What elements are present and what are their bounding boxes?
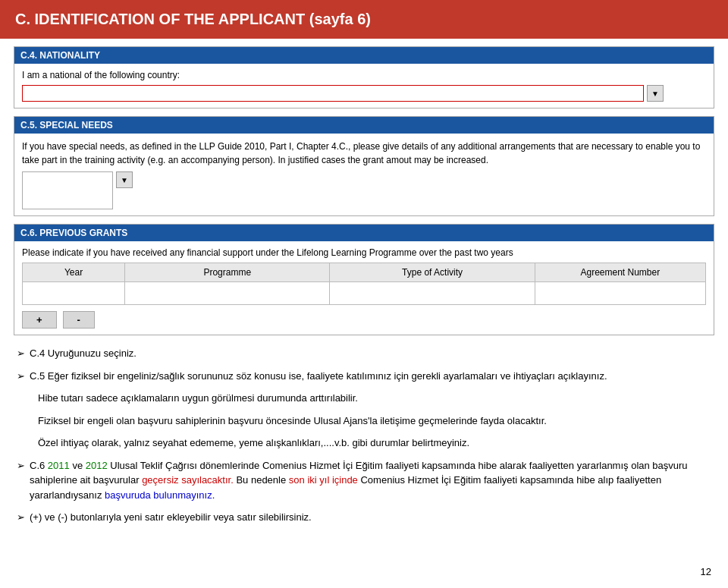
grants-table-body bbox=[23, 282, 706, 305]
col-programme: Programme bbox=[125, 263, 330, 282]
bullet-2-text: C.5 Eğer fiziksel bir engeliniz/sağlık s… bbox=[30, 369, 607, 384]
c4-title: C.4. NATIONALITY bbox=[20, 50, 100, 61]
sub-bullet-3-text: Özel ihtiyaç olarak, yalnız seyahat edem… bbox=[38, 435, 469, 451]
c6-section: C.6. PREVIOUS GRANTS Please indicate if … bbox=[14, 224, 714, 335]
sub-bullet-3: Özel ihtiyaç olarak, yalnız seyahat edem… bbox=[33, 435, 711, 451]
bullet-1-text: C.4 Uyruğunuzu seçiniz. bbox=[30, 346, 136, 361]
nationality-input[interactable] bbox=[22, 85, 644, 102]
sub-bullet-2-text: Fiziksel bir engeli olan başvuru sahiple… bbox=[38, 413, 547, 429]
c5-text: If you have special needs, as defined in… bbox=[22, 140, 706, 167]
bullet-arrow-4: ➢ bbox=[17, 510, 25, 525]
bullet-4-text: (+) ve (-) butonlarıyla yeni satır ekley… bbox=[30, 510, 312, 525]
col-year: Year bbox=[23, 263, 125, 282]
c5-input-row: ▼ bbox=[22, 171, 706, 209]
c5-title: C.5. SPECIAL NEEDS bbox=[20, 120, 113, 130]
c6-body: Please indicate if you have received any… bbox=[14, 241, 714, 335]
add-row-button[interactable]: + bbox=[22, 311, 57, 329]
grants-table: Year Programme Type of Activity Agreemen… bbox=[22, 263, 706, 305]
col-activity: Type of Activity bbox=[330, 263, 535, 282]
bullet-2: ➢ C.5 Eğer fiziksel bir engeliniz/sağlık… bbox=[17, 369, 711, 384]
cell-activity bbox=[330, 282, 535, 305]
sub-bullet-2: Fiziksel bir engeli olan başvuru sahiple… bbox=[33, 413, 711, 429]
cell-agreement bbox=[535, 282, 705, 305]
table-row bbox=[23, 282, 706, 305]
c4-label: I am a national of the following country… bbox=[22, 70, 706, 80]
c6-label: Please indicate if you have received any… bbox=[22, 247, 706, 258]
col-agreement: Agreement Number bbox=[535, 263, 705, 282]
c5-body: If you have special needs, as defined in… bbox=[14, 134, 714, 215]
c4-input-row: ▼ bbox=[22, 85, 706, 102]
bullet-3-text: C.6 2011 ve 2012 Ulusal Teklif Çağrısı d… bbox=[30, 458, 711, 503]
table-header-row: Year Programme Type of Activity Agreemen… bbox=[23, 263, 706, 282]
bullet-1: ➢ C.4 Uyruğunuzu seçiniz. bbox=[17, 346, 711, 361]
bullet-arrow-1: ➢ bbox=[17, 346, 25, 361]
c5-header: C.5. SPECIAL NEEDS bbox=[14, 117, 714, 134]
special-needs-dropdown-btn[interactable]: ▼ bbox=[116, 171, 133, 188]
c5-section: C.5. SPECIAL NEEDS If you have special n… bbox=[14, 116, 714, 216]
sub-bullet-1-text: Hibe tutarı sadece açıklamaların uygun g… bbox=[38, 391, 358, 406]
bullet-arrow-3: ➢ bbox=[17, 458, 25, 473]
page-header: C. IDENTIFICATION OF THE APPLICANT (sayf… bbox=[0, 0, 728, 39]
page-number: 12 bbox=[701, 566, 711, 577]
c4-body: I am a national of the following country… bbox=[14, 64, 714, 108]
remove-row-button[interactable]: - bbox=[63, 311, 95, 329]
bullet-section: ➢ C.4 Uyruğunuzu seçiniz. ➢ C.5 Eğer fiz… bbox=[14, 346, 714, 525]
bullet-4: ➢ (+) ve (-) butonlarıyla yeni satır ekl… bbox=[17, 510, 711, 525]
special-needs-textarea[interactable] bbox=[22, 171, 113, 209]
sub-bullet-1: Hibe tutarı sadece açıklamaların uygun g… bbox=[33, 391, 711, 406]
bullet-3: ➢ C.6 2011 ve 2012 Ulusal Teklif Çağrısı… bbox=[17, 458, 711, 503]
cell-year bbox=[23, 282, 125, 305]
dropdown-arrow-icon: ▼ bbox=[651, 90, 659, 98]
nationality-dropdown-btn[interactable]: ▼ bbox=[647, 85, 664, 102]
special-needs-dropdown-icon: ▼ bbox=[121, 176, 128, 184]
c4-section: C.4. NATIONALITY I am a national of the … bbox=[14, 46, 714, 108]
page-title: C. IDENTIFICATION OF THE APPLICANT (sayf… bbox=[15, 11, 371, 27]
c6-title: C.6. PREVIOUS GRANTS bbox=[20, 228, 127, 238]
bullet-arrow-2: ➢ bbox=[17, 369, 25, 384]
cell-programme bbox=[125, 282, 330, 305]
add-remove-row: + - bbox=[22, 311, 706, 329]
c4-header: C.4. NATIONALITY bbox=[14, 47, 714, 64]
c6-header: C.6. PREVIOUS GRANTS bbox=[14, 225, 714, 241]
